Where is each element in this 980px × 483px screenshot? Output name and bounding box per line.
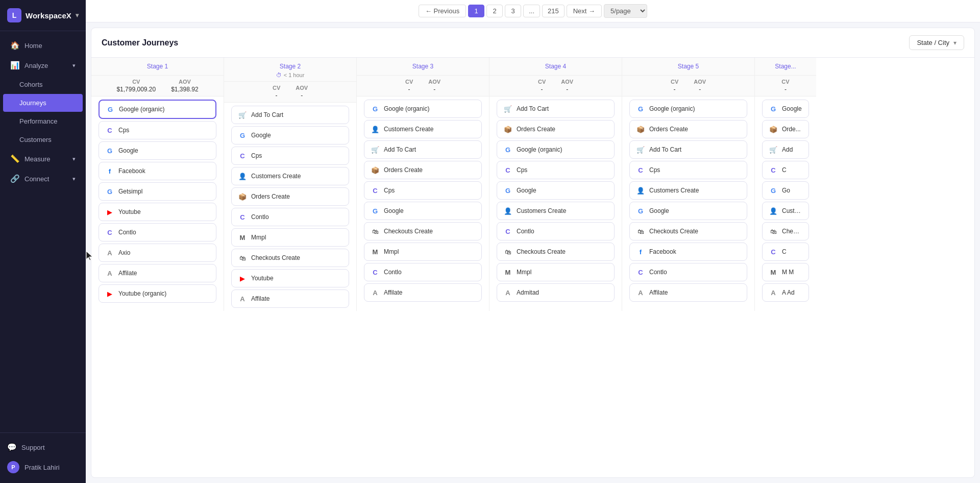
workspace-chevron[interactable]: ▾ — [76, 12, 79, 19]
node-getsimpl-s1[interactable]: G Getsimpl — [99, 182, 216, 201]
node-axio-s1[interactable]: A Axio — [99, 244, 216, 262]
sidebar: L WorkspaceX ▾ 🏠 Home 📊 Analyze ▾ Cohort… — [0, 0, 86, 483]
node-affilate-s2[interactable]: A Affilate — [231, 289, 349, 308]
node-checkouts-create-s5[interactable]: 🛍 Checkouts Create — [629, 222, 747, 240]
node-cps-s3[interactable]: C Cps — [364, 181, 482, 200]
cps-icon: C — [105, 126, 114, 135]
state-city-dropdown[interactable]: State / City ▾ — [909, 35, 964, 50]
next-page-button[interactable]: Next → — [567, 5, 602, 17]
support-item[interactable]: 💬 Support — [0, 438, 86, 456]
stage-4-aov-value: - — [561, 86, 573, 93]
node-affilate-s5[interactable]: A Affilate — [629, 283, 747, 302]
node-cps-s5[interactable]: C Cps — [629, 161, 747, 179]
node-cps-s1[interactable]: C Cps — [99, 121, 216, 139]
node-google-s4[interactable]: G Google — [497, 181, 615, 200]
stage-5-cv-value: - — [671, 86, 678, 93]
node-mmpl-s3[interactable]: M Mmpl — [364, 243, 482, 261]
node-google-s3[interactable]: G Google — [364, 202, 482, 220]
node-checko-s6[interactable]: 🛍 Checko — [762, 222, 809, 240]
node-orders-create-s5[interactable]: 📦 Orders Create — [629, 120, 747, 138]
sidebar-item-connect[interactable]: 🔗 Connect ▾ — [3, 169, 83, 188]
node-mm-s6[interactable]: M M M — [762, 263, 809, 281]
node-affilate-s3[interactable]: A Affilate — [364, 283, 482, 302]
sidebar-item-customers[interactable]: Customers — [3, 131, 83, 149]
node-google-s2[interactable]: G Google — [231, 126, 349, 144]
node-mmpl-s4[interactable]: M Mmpl — [497, 263, 615, 281]
node-checkouts-create-s3[interactable]: 🛍 Checkouts Create — [364, 222, 482, 240]
node-cps-s6[interactable]: C C — [762, 161, 809, 179]
node-contlo-s2[interactable]: C Contlo — [231, 208, 349, 226]
node-customers-create-s5[interactable]: 👤 Customers Create — [629, 181, 747, 200]
node-google-s1[interactable]: G Google — [99, 141, 216, 160]
sidebar-item-cohorts[interactable]: Cohorts — [3, 76, 83, 93]
node-cps-s2[interactable]: C Cps — [231, 147, 349, 165]
node-orders-create-s2[interactable]: 📦 Orders Create — [231, 187, 349, 206]
node-contlo-s3[interactable]: C Contlo — [364, 263, 482, 281]
node-youtube-s2[interactable]: ▶ Youtube — [231, 269, 349, 287]
node-contlo-s1[interactable]: C Contlo — [99, 223, 216, 242]
sidebar-item-analyze[interactable]: 📊 Analyze ▾ — [3, 56, 83, 75]
node-contlo-s4[interactable]: C Contlo — [497, 222, 615, 240]
stage-5-header: Stage 5 — [622, 58, 754, 76]
logo[interactable]: L WorkspaceX ▾ — [0, 0, 86, 31]
node-add-to-cart-s5[interactable]: 🛒 Add To Cart — [629, 140, 747, 159]
stage-1-metrics: CV $1,799,009.20 AOV $1,398.92 — [91, 76, 224, 96]
node-mmpl-s2[interactable]: M Mmpl — [231, 228, 349, 247]
node-google-s5[interactable]: G Google — [629, 202, 747, 220]
node-customers-create-s3[interactable]: 👤 Customers Create — [364, 120, 482, 138]
node-contlo-s5[interactable]: C Contlo — [629, 263, 747, 281]
node-ad-s6[interactable]: A A Ad — [762, 283, 809, 302]
stage-3-nodes: G Google (organic) 👤 Customers Create 🛒 … — [357, 96, 489, 305]
page-1-button[interactable]: 1 — [468, 5, 484, 17]
cps-icon: C — [238, 151, 247, 160]
stage-2-col: Stage 2 ⏱ < 1 hour CV - AOV - — [224, 58, 357, 311]
customers-create-icon: 👤 — [238, 172, 247, 181]
node-google-organic-s4[interactable]: G Google (organic) — [497, 140, 615, 159]
node-cps-s4[interactable]: C Cps — [497, 161, 615, 179]
node-orders-create-s4[interactable]: 📦 Orders Create — [497, 120, 615, 138]
admitad-icon: A — [503, 288, 512, 297]
node-label: C — [782, 166, 787, 174]
per-page-select[interactable]: 5/page 10/page 20/page — [604, 4, 647, 18]
node-go-s6[interactable]: G Go — [762, 181, 809, 200]
node-youtube-s1[interactable]: ▶ Youtube — [99, 203, 216, 221]
node-label: Affilate — [384, 289, 402, 296]
page-2-button[interactable]: 2 — [486, 5, 503, 17]
node-facebook-s5[interactable]: f Facebook — [629, 243, 747, 261]
node-google-organic-s1[interactable]: G Google (organic) — [99, 100, 216, 119]
contlo-icon: C — [238, 212, 247, 222]
node-youtube-organic-s1[interactable]: ▶ Youtube (organic) — [99, 284, 216, 303]
page-3-button[interactable]: 3 — [505, 5, 521, 17]
node-customers-create-s2[interactable]: 👤 Customers Create — [231, 167, 349, 185]
node-orders-create-s3[interactable]: 📦 Orders Create — [364, 161, 482, 179]
node-add-s6[interactable]: 🛒 Add — [762, 140, 809, 159]
node-customers-create-s4[interactable]: 👤 Customers Create — [497, 202, 615, 220]
sidebar-item-performance[interactable]: Performance — [3, 112, 83, 130]
prev-page-button[interactable]: ← Previous — [419, 5, 466, 17]
node-facebook-s1[interactable]: f Facebook — [99, 162, 216, 180]
contlo-icon: C — [371, 268, 380, 277]
node-checkouts-create-s2[interactable]: 🛍 Checkouts Create — [231, 249, 349, 267]
node-label: Getsimpl — [118, 188, 142, 195]
main-content: ← Previous 1 2 3 ... 215 Next → 5/page 1… — [86, 0, 980, 483]
node-add-to-cart-s2[interactable]: 🛒 Add To Cart — [231, 106, 349, 124]
node-add-to-cart-s3[interactable]: 🛒 Add To Cart — [364, 140, 482, 159]
stages-container[interactable]: Stage 1 CV $1,799,009.20 AOV $1,398.92 — [91, 58, 974, 477]
sidebar-item-measure[interactable]: 📏 Measure ▾ — [3, 149, 83, 168]
node-google-organic-s5[interactable]: G Google (organic) — [629, 100, 747, 118]
page-last-button[interactable]: 215 — [542, 5, 565, 17]
sidebar-item-journeys[interactable]: Journeys — [3, 94, 83, 112]
google-icon: G — [106, 105, 115, 114]
node-add-to-cart-s4[interactable]: 🛒 Add To Cart — [497, 100, 615, 118]
node-google-organic-s3[interactable]: G Google (organic) — [364, 100, 482, 118]
node-label: C — [782, 248, 787, 255]
node-google-s6[interactable]: G Google — [762, 100, 809, 118]
user-item[interactable]: P Pratik Lahiri — [0, 456, 86, 478]
node-cc-s6[interactable]: C C — [762, 243, 809, 261]
node-affilate-s1[interactable]: A Affilate — [99, 264, 216, 282]
node-checkouts-create-s4[interactable]: 🛍 Checkouts Create — [497, 243, 615, 261]
sidebar-item-home[interactable]: 🏠 Home — [3, 36, 83, 55]
node-orders-s6[interactable]: 📦 Orde... — [762, 120, 809, 138]
node-custom-s6[interactable]: 👤 Custom — [762, 202, 809, 220]
node-admitad-s4[interactable]: A Admitad — [497, 283, 615, 302]
